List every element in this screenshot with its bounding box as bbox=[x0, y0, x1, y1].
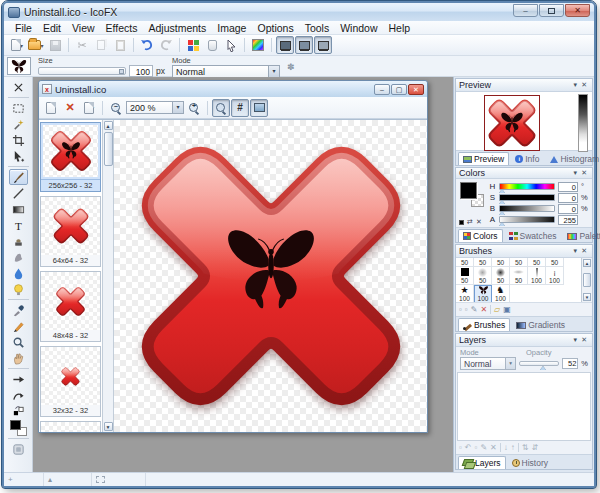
brush-item[interactable]: 50 bbox=[546, 258, 564, 267]
foreground-color-swatch[interactable] bbox=[460, 182, 477, 199]
save-button[interactable] bbox=[46, 36, 64, 54]
brush-item-streak[interactable]: 50 bbox=[510, 267, 528, 285]
maximize-button[interactable] bbox=[539, 4, 564, 17]
document-minimize-button[interactable]: – bbox=[374, 84, 390, 95]
brightness-value-input[interactable]: 0 bbox=[558, 204, 578, 214]
panel-menu-icon[interactable]: ▾ bbox=[572, 336, 580, 344]
extract-button[interactable] bbox=[203, 36, 221, 54]
tool-text[interactable]: T bbox=[9, 217, 28, 233]
new-brush-icon[interactable]: ▫ bbox=[459, 305, 462, 314]
alpha-value-input[interactable]: 255 bbox=[558, 215, 578, 225]
panel-close-icon[interactable]: ✕ bbox=[579, 247, 589, 255]
brush-size-input[interactable]: 100 bbox=[129, 65, 153, 77]
mode-icon-editor-button[interactable] bbox=[276, 36, 294, 54]
slider-thumb[interactable] bbox=[499, 211, 505, 215]
copy-button[interactable] bbox=[92, 36, 110, 54]
duplicate-layer-icon[interactable]: ▫ bbox=[475, 443, 478, 452]
brightness-slider[interactable] bbox=[499, 205, 555, 212]
brush-item-star[interactable]: ★100 bbox=[456, 285, 474, 302]
slider-thumb[interactable] bbox=[119, 69, 124, 74]
tab-colors[interactable]: Colors bbox=[458, 229, 503, 242]
redo-button[interactable] bbox=[157, 36, 175, 54]
layer-order-icon[interactable]: ⇅ bbox=[522, 443, 529, 452]
menu-file[interactable]: File bbox=[10, 22, 37, 34]
saturation-slider[interactable] bbox=[499, 194, 555, 201]
image-item-256[interactable]: 256x256 - 32 bbox=[40, 122, 101, 192]
close-button[interactable]: ✕ bbox=[565, 4, 590, 17]
tab-info[interactable]: iInfo bbox=[510, 152, 544, 165]
image-item-64[interactable]: 64x64 - 32 bbox=[40, 196, 101, 267]
delete-brush-icon[interactable]: ✕ bbox=[480, 305, 487, 314]
duplicate-brush-icon[interactable]: ▫ bbox=[465, 305, 468, 314]
edit-brush-icon[interactable]: ✎ bbox=[471, 305, 478, 314]
brush-item-spray-dense[interactable]: 50 bbox=[492, 267, 510, 285]
foreground-color-swatch[interactable] bbox=[10, 420, 21, 430]
layer-mode-select[interactable]: Normal ▾ bbox=[460, 357, 516, 370]
panel-menu-icon[interactable]: ▾ bbox=[572, 247, 580, 255]
menu-window[interactable]: Window bbox=[335, 22, 382, 34]
brush-item-figure[interactable]: ♞100 bbox=[492, 285, 510, 302]
minimize-button[interactable]: – bbox=[513, 4, 538, 17]
tool-gradient[interactable] bbox=[9, 201, 28, 217]
brush-item[interactable]: 50 bbox=[510, 258, 528, 267]
panel-close-icon[interactable]: ✕ bbox=[579, 81, 589, 89]
brush-size-slider[interactable] bbox=[38, 67, 126, 75]
tool-blur[interactable] bbox=[9, 265, 28, 281]
slider-thumb[interactable] bbox=[499, 189, 505, 193]
menu-image[interactable]: Image bbox=[212, 22, 251, 34]
edit-canvas[interactable] bbox=[114, 120, 427, 432]
clear-color-icon[interactable]: ✕ bbox=[476, 218, 482, 226]
tab-swatches[interactable]: Swatches bbox=[504, 229, 562, 242]
tool-curve[interactable] bbox=[9, 387, 28, 403]
mode-image-editor-button[interactable] bbox=[314, 36, 332, 54]
tab-history[interactable]: History bbox=[507, 456, 553, 469]
tab-brushes[interactable]: Brushes bbox=[458, 318, 510, 331]
open-brushes-icon[interactable]: ▱ bbox=[494, 305, 500, 314]
image-list-scrollbar[interactable]: ▲ ▼ bbox=[103, 120, 114, 432]
capture-button[interactable] bbox=[222, 36, 240, 54]
new-button[interactable]: ▾ bbox=[8, 36, 26, 54]
move-layer-up-icon[interactable]: ↑ bbox=[511, 443, 515, 452]
brush-shape-preview[interactable] bbox=[7, 57, 31, 75]
default-colors-icon[interactable] bbox=[459, 220, 464, 225]
slider-thumb[interactable] bbox=[499, 222, 505, 226]
palette-button[interactable] bbox=[249, 36, 267, 54]
export-image-button[interactable]: ➔ bbox=[80, 99, 98, 117]
document-title-bar[interactable]: x Uninstall.ico – ▢ ✕ bbox=[39, 81, 427, 97]
title-bar[interactable]: Uninstall.ico - IcoFX – ✕ bbox=[4, 3, 594, 21]
save-brushes-icon[interactable]: ▣ bbox=[503, 305, 511, 314]
tool-clone-stamp[interactable] bbox=[9, 233, 28, 249]
tool-pencil[interactable] bbox=[9, 318, 28, 334]
tool-rect-select[interactable] bbox=[9, 100, 28, 116]
test-icon-button[interactable] bbox=[184, 36, 202, 54]
image-item-32[interactable]: 32x32 - 32 bbox=[40, 346, 101, 417]
zoom-out-button[interactable]: – bbox=[107, 99, 125, 117]
menu-adjustments[interactable]: Adjustments bbox=[144, 22, 212, 34]
new-layer-icon[interactable]: ▫ bbox=[459, 443, 462, 452]
paste-button[interactable] bbox=[111, 36, 129, 54]
tab-palette[interactable]: Palette bbox=[562, 229, 600, 242]
tool-styles[interactable] bbox=[9, 441, 28, 457]
tool-extra-icon[interactable]: ✽ bbox=[287, 62, 295, 72]
image-item-16[interactable] bbox=[40, 421, 101, 432]
tab-histogram[interactable]: Histogram bbox=[545, 152, 600, 165]
edit-layer-icon[interactable]: ✎ bbox=[480, 443, 487, 452]
slider-thumb[interactable] bbox=[499, 200, 505, 204]
tool-magic-wand[interactable] bbox=[9, 116, 28, 132]
close-tools-button[interactable] bbox=[9, 79, 28, 95]
toggle-preview-button[interactable] bbox=[250, 99, 268, 117]
menu-view[interactable]: View bbox=[67, 22, 100, 34]
cut-button[interactable]: ✂ bbox=[73, 36, 91, 54]
scroll-up-icon[interactable]: ▲ bbox=[583, 259, 591, 267]
panel-close-icon[interactable]: ✕ bbox=[579, 169, 589, 177]
menu-tools[interactable]: Tools bbox=[300, 22, 335, 34]
saturation-value-input[interactable]: 0 bbox=[558, 193, 578, 203]
brush-item-mark[interactable]: ¡100 bbox=[546, 267, 564, 285]
brush-item-square[interactable]: 50 bbox=[456, 267, 474, 285]
toggle-grid-button[interactable]: # bbox=[231, 99, 249, 117]
undo-button[interactable] bbox=[138, 36, 156, 54]
tool-move[interactable] bbox=[9, 148, 28, 164]
scroll-down-icon[interactable]: ▼ bbox=[104, 422, 113, 431]
slider-thumb[interactable] bbox=[540, 366, 546, 370]
brush-scrollbar[interactable]: ▲ ▼ bbox=[582, 258, 592, 302]
